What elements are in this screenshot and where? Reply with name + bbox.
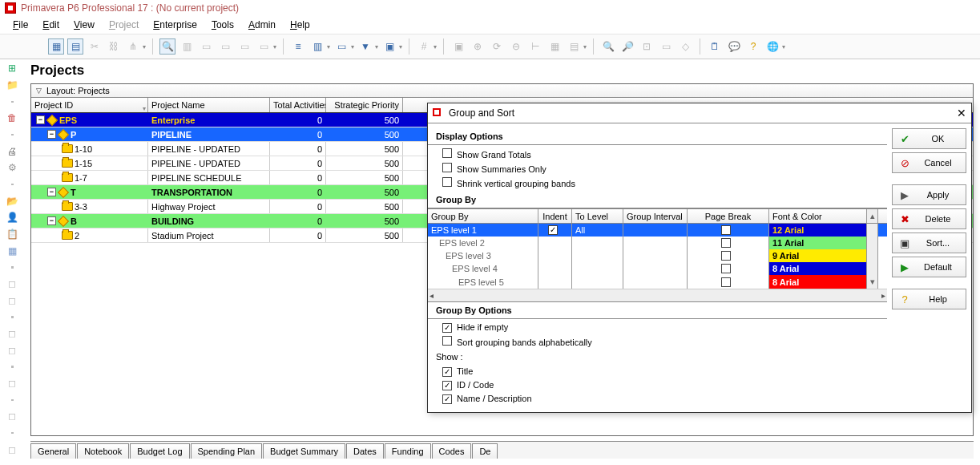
menu-file[interactable]: File <box>6 18 34 32</box>
menu-tools[interactable]: Tools <box>205 18 240 32</box>
tab-notebook[interactable]: Notebook <box>77 443 129 459</box>
rail-icon-g[interactable]: ◻ <box>5 443 19 455</box>
menu-admin[interactable]: Admin <box>242 18 282 32</box>
group-interval-cell[interactable] <box>623 249 688 262</box>
group-interval-cell[interactable] <box>623 237 688 249</box>
group-interval-cell[interactable] <box>623 275 688 289</box>
rail-icon-printset[interactable]: ⚙ <box>5 162 19 174</box>
col-header-project-id[interactable]: Project ID▾ <box>31 98 148 112</box>
toolbar-icon-zoom-out[interactable]: 🔎 <box>619 38 635 55</box>
groupby-row[interactable]: EPS level 1All12 Arial <box>428 224 887 237</box>
chevron-down-icon[interactable]: ▾ <box>399 43 402 51</box>
expand-icon[interactable]: − <box>47 188 56 196</box>
toolbar-icon-chat[interactable]: 💬 <box>726 38 742 55</box>
groupby-level-label[interactable]: EPS level 2 <box>428 237 538 249</box>
gb-scroll-track[interactable] <box>867 224 878 237</box>
rail-icon-a[interactable]: ◻ <box>5 278 19 290</box>
toolbar-icon-note[interactable]: 🗒 <box>707 38 723 55</box>
checkbox-icon[interactable] <box>442 394 452 404</box>
groupby-row[interactable]: EPS level 211 Arial <box>428 237 887 249</box>
font-color-cell[interactable]: 8 Arial <box>769 262 867 275</box>
gb-scroll-track[interactable] <box>867 249 878 262</box>
chevron-down-icon[interactable]: ▾ <box>143 43 146 51</box>
menu-help[interactable]: Help <box>284 18 317 32</box>
show-option[interactable]: Name / Description <box>442 394 879 404</box>
font-color-cell[interactable]: 8 Arial <box>769 275 867 289</box>
gb-scroll-track[interactable] <box>867 262 878 275</box>
rail-icon-folder[interactable]: 📁 <box>5 79 19 91</box>
checkbox-icon[interactable] <box>442 163 452 172</box>
font-color-cell[interactable]: 11 Arial <box>769 237 867 249</box>
col-header-project-name[interactable]: Project Name <box>148 98 270 112</box>
checkbox-icon[interactable] <box>721 225 731 235</box>
checkbox-icon[interactable] <box>442 148 452 158</box>
checkbox-icon[interactable] <box>548 225 558 235</box>
expand-icon[interactable]: − <box>47 216 56 225</box>
chevron-down-icon[interactable]: ▾ <box>375 43 378 51</box>
show-option[interactable]: ID / Code <box>442 380 879 390</box>
tab-de[interactable]: De <box>472 443 498 459</box>
gb-col-fontcolor[interactable]: Font & Color <box>769 209 867 223</box>
chevron-down-icon[interactable]: ▾ <box>273 43 276 51</box>
gb-col-indent[interactable]: Indent <box>538 209 572 223</box>
groupby-level-label[interactable]: EPS level 5 <box>428 275 538 289</box>
toolbar-icon-globe[interactable]: 🌐 <box>764 38 780 55</box>
to-level-cell[interactable] <box>572 275 623 289</box>
default-button[interactable]: ▶Default <box>892 257 966 277</box>
rail-icon-d[interactable]: ◻ <box>5 345 19 357</box>
rail-icon-open[interactable]: 📂 <box>5 195 19 207</box>
groupby-row[interactable]: EPS level 39 Arial <box>428 249 887 262</box>
rail-icon-c[interactable]: ◻ <box>5 328 19 340</box>
col-header-total-activities[interactable]: Total Activities <box>270 98 326 112</box>
groupby-row[interactable]: EPS level 58 Arial▾ <box>428 275 887 289</box>
checkbox-icon[interactable] <box>442 336 452 346</box>
gb-col-groupby[interactable]: Group By <box>428 209 538 223</box>
tab-codes[interactable]: Codes <box>432 443 472 459</box>
groupby-level-label[interactable]: EPS level 3 <box>428 249 538 262</box>
font-color-cell[interactable]: 9 Arial <box>769 249 867 262</box>
cancel-button[interactable]: ⊘Cancel <box>892 152 966 173</box>
tab-budget-summary[interactable]: Budget Summary <box>263 443 345 459</box>
menu-edit[interactable]: Edit <box>36 18 66 32</box>
toolbar-icon-find[interactable]: 🔍 <box>159 38 175 55</box>
toolbar-icon-grid-b[interactable]: ▤ <box>67 38 83 55</box>
toolbar-icon-cols[interactable]: ▥ <box>309 38 325 55</box>
gb-scroll-up-icon[interactable]: ▴ <box>867 209 878 223</box>
checkbox-icon[interactable] <box>442 367 452 377</box>
checkbox-icon[interactable] <box>721 277 731 287</box>
tab-funding[interactable]: Funding <box>385 443 431 459</box>
display-option[interactable]: Show Summaries Only <box>442 163 879 174</box>
sort-button[interactable]: ▣Sort... <box>892 232 966 253</box>
tab-general[interactable]: General <box>30 443 76 459</box>
chevron-down-icon[interactable]: ▾ <box>327 43 330 51</box>
chevron-down-icon[interactable]: ▾ <box>351 43 354 51</box>
to-level-cell[interactable] <box>572 237 623 249</box>
rail-icon-del[interactable]: 🗑 <box>5 112 19 124</box>
layout-dropdown-icon[interactable]: ▽ <box>36 87 42 95</box>
checkbox-icon[interactable] <box>721 238 731 248</box>
checkbox-icon[interactable] <box>442 323 452 333</box>
toolbar-icon-zoom-in[interactable]: 🔍 <box>600 38 616 55</box>
gb-scroll-down-icon[interactable]: ▾ <box>867 275 878 289</box>
rail-icon-e[interactable]: ◻ <box>5 378 19 390</box>
expand-icon[interactable]: − <box>47 130 56 139</box>
toolbar-icon-filter[interactable]: ▼ <box>357 38 373 55</box>
toolbar-icon-layout[interactable]: ▣ <box>381 38 397 55</box>
toolbar-icon-help[interactable]: ? <box>745 38 761 55</box>
toolbar-icon-grid-a[interactable]: ▦ <box>48 38 64 55</box>
gb-col-groupinterval[interactable]: Group Interval <box>623 209 688 223</box>
help-button[interactable]: ?Help <box>892 289 966 309</box>
menu-view[interactable]: View <box>67 18 101 32</box>
rail-icon-clipboard[interactable]: 📋 <box>5 228 19 241</box>
rail-icon-user[interactable]: 👤 <box>5 212 19 224</box>
font-color-cell[interactable]: 12 Arial <box>769 224 867 237</box>
groupby-level-label[interactable]: EPS level 4 <box>428 262 538 275</box>
rail-icon-print[interactable]: 🖨 <box>5 145 19 157</box>
tab-spending-plan[interactable]: Spending Plan <box>191 443 263 459</box>
toolbar-icon-bars[interactable]: ▭ <box>333 38 349 55</box>
to-level-cell[interactable] <box>572 249 623 262</box>
apply-button[interactable]: ▶Apply <box>892 184 966 205</box>
tab-dates[interactable]: Dates <box>346 443 384 459</box>
rail-icon-grid[interactable]: ▦ <box>5 245 19 257</box>
layout-bar[interactable]: ▽ Layout: Projects <box>31 84 973 98</box>
